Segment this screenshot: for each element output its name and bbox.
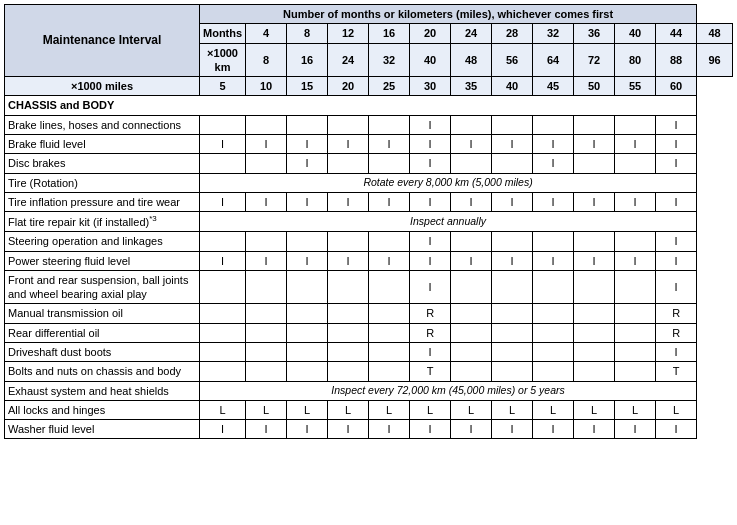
row-name: Power steering fluid level <box>5 251 200 270</box>
row-name: Washer fluid level <box>5 420 200 439</box>
table-row: Disc brakes I I I I <box>5 154 733 173</box>
row-name: Manual transmission oil <box>5 304 200 323</box>
row-name: Brake lines, hoses and connections <box>5 115 200 134</box>
table-row: Bolts and nuts on chassis and body T T <box>5 362 733 381</box>
exhaust-span: Inspect every 72,000 km (45,000 miles) o… <box>200 381 697 400</box>
row-name: Exhaust system and heat shields <box>5 381 200 400</box>
table-row: Washer fluid level I I I I I I I I I I I… <box>5 420 733 439</box>
months-4: 4 <box>246 24 287 43</box>
months-16: 16 <box>369 24 410 43</box>
row-name: Tire (Rotation) <box>5 173 200 192</box>
row-name: Bolts and nuts on chassis and body <box>5 362 200 381</box>
table-row: Tire inflation pressure and tire wear I … <box>5 192 733 211</box>
row-name: Flat tire repair kit (if installed)*3 <box>5 212 200 232</box>
table-row: Brake lines, hoses and connections I I <box>5 115 733 134</box>
row-name: Tire inflation pressure and tire wear <box>5 192 200 211</box>
months-36: 36 <box>574 24 615 43</box>
months-24: 24 <box>451 24 492 43</box>
row-name: All locks and hinges <box>5 400 200 419</box>
km-label: ×1000 km <box>200 43 246 77</box>
row-name: Disc brakes <box>5 154 200 173</box>
months-28: 28 <box>492 24 533 43</box>
flat-tire-span: Inspect annually <box>200 212 697 232</box>
table-row: All locks and hinges L L L L L L L L L L… <box>5 400 733 419</box>
table-row: Driveshaft dust boots I I <box>5 343 733 362</box>
miles-label: ×1000 miles <box>5 77 200 96</box>
table-row: Exhaust system and heat shields Inspect … <box>5 381 733 400</box>
months-32: 32 <box>533 24 574 43</box>
table-row: Manual transmission oil R R <box>5 304 733 323</box>
row-name: Driveshaft dust boots <box>5 343 200 362</box>
chassis-section-header: CHASSIS and BODY <box>5 96 697 115</box>
row-name: Steering operation and linkages <box>5 232 200 251</box>
months-20: 20 <box>410 24 451 43</box>
row-name: Brake fluid level <box>5 135 200 154</box>
table-row: Front and rear suspension, ball joints a… <box>5 270 733 304</box>
main-container: Maintenance Interval Number of months or… <box>0 0 737 443</box>
months-label: Months <box>200 24 246 43</box>
months-12: 12 <box>328 24 369 43</box>
months-44: 44 <box>656 24 697 43</box>
row-name: Rear differential oil <box>5 323 200 342</box>
table-row: Tire (Rotation) Rotate every 8,000 km (5… <box>5 173 733 192</box>
maintenance-table: Maintenance Interval Number of months or… <box>4 4 733 439</box>
table-row: Flat tire repair kit (if installed)*3 In… <box>5 212 733 232</box>
tire-rotation-span: Rotate every 8,000 km (5,000 miles) <box>200 173 697 192</box>
months-40: 40 <box>615 24 656 43</box>
top-header: Number of months or kilometers (miles), … <box>200 5 697 24</box>
table-row: Rear differential oil R R <box>5 323 733 342</box>
row-name: Front and rear suspension, ball joints a… <box>5 270 200 304</box>
table-row: Brake fluid level I I I I I I I I I I I … <box>5 135 733 154</box>
months-8: 8 <box>287 24 328 43</box>
maintenance-interval-label: Maintenance Interval <box>5 5 200 77</box>
table-row: Steering operation and linkages I I <box>5 232 733 251</box>
table-row: Power steering fluid level I I I I I I I… <box>5 251 733 270</box>
months-48: 48 <box>697 24 733 43</box>
